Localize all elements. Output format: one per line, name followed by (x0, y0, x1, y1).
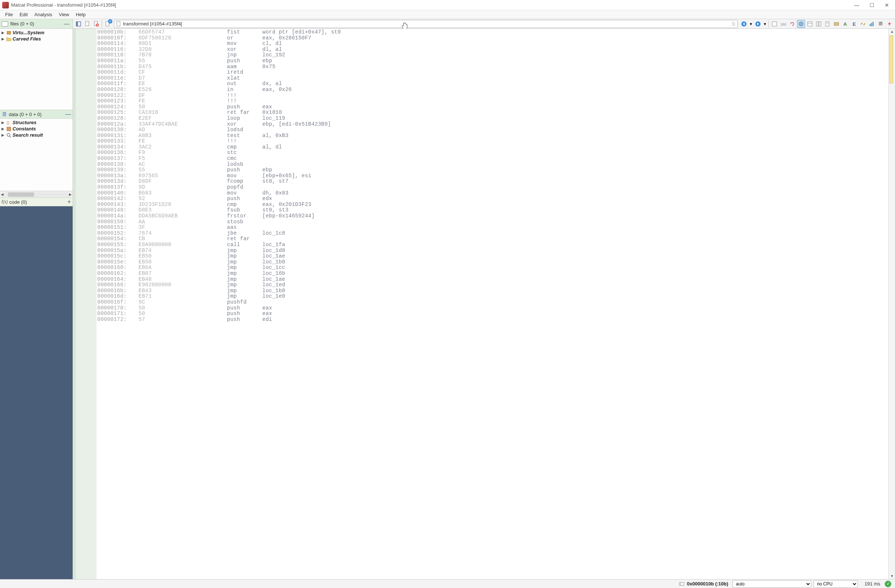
nav-forward-button[interactable] (754, 20, 762, 28)
disasm-row[interactable]: 00000120:E526ineax, 0x26 (97, 87, 888, 93)
disasm-row[interactable]: 00000128:E2EFlooploc_119 (97, 116, 888, 121)
toolbar-view-7[interactable] (824, 20, 831, 28)
disasm-row[interactable]: 0000016d:EB71jmploc_1e0 (97, 294, 888, 300)
disasm-row[interactable]: 00000114:88D1movcl, dl (97, 41, 888, 47)
tree-arrow-icon[interactable]: ▶ (2, 30, 5, 35)
disasm-row[interactable]: 0000011d:CFiretd (97, 70, 888, 76)
disasm-row[interactable]: 00000162:EB07jmploc_16b (97, 271, 888, 277)
tree-item-structures[interactable]: ▶ {} Structures (0, 120, 73, 126)
vertical-scrollbar[interactable]: ▲ ▼ (888, 29, 895, 579)
disasm-row[interactable]: 00000166:E982000000jmploc_1ed (97, 282, 888, 288)
disasm-row[interactable]: 00000155:E8A0000000callloc_1fa (97, 242, 888, 248)
disassembly-listing[interactable]: 0000010b:66DF5747fistword ptr [edi+0x47]… (97, 29, 888, 579)
disasm-row[interactable]: 0000015c:EB50jmploc_1ae (97, 253, 888, 259)
tree-item-virtusystem[interactable]: ▶ Virtu...System (0, 29, 73, 36)
toolbar-view-chart[interactable] (868, 20, 876, 28)
toolbar-view-8[interactable] (832, 20, 840, 28)
address-bar[interactable]: transformed [#1054-#135f4[ ⇅ (114, 20, 738, 28)
scroll-up-icon[interactable]: ▲ (889, 29, 895, 35)
menu-file[interactable]: File (2, 11, 16, 18)
toolbar-view-E[interactable]: E (850, 20, 858, 28)
disasm-row[interactable]: 00000131:A8B3testal, 0xB3 (97, 133, 888, 139)
disasm-row[interactable]: 0000011f:EEoutdx, al (97, 81, 888, 87)
disasm-row[interactable]: 00000122:DF!!! (97, 93, 888, 99)
disasm-row[interactable]: 00000136:F9stc (97, 150, 888, 156)
disasm-row[interactable]: 00000154:CBret far (97, 236, 888, 242)
tree-item-search[interactable]: ▶ Search result (0, 132, 73, 138)
toolbar-view-5[interactable] (806, 20, 814, 28)
disasm-row[interactable]: 00000137:F5cmc (97, 156, 888, 162)
disasm-row[interactable]: 00000118:7B78jnploc_192 (97, 52, 888, 58)
toolbar-btn-1[interactable] (74, 20, 82, 28)
close-button[interactable]: ✕ (885, 2, 889, 8)
disasm-row[interactable]: 00000172:57pushedi (97, 317, 888, 323)
disasm-row[interactable]: 00000160:EB6Ajmploc_1cc (97, 265, 888, 271)
toolbar-view-6[interactable] (815, 20, 823, 28)
disasm-row[interactable]: 0000016f:9Cpushfd (97, 300, 888, 305)
disasm-row[interactable]: 00000125:CA1018ret far0x1810 (97, 110, 888, 116)
disasm-row[interactable]: 00000124:50pusheax (97, 104, 888, 110)
disasm-row[interactable]: 0000012a:33AF47DC4BAExorebp, [edi-0x51B4… (97, 121, 888, 127)
disasm-row[interactable]: 00000171:50pusheax (97, 311, 888, 317)
files-minimize-button[interactable]: — (62, 21, 71, 27)
code-add-button[interactable]: + (67, 198, 71, 206)
menu-view[interactable]: View (56, 11, 72, 18)
disasm-row[interactable]: 0000013a:897565mov[ebp+0x65], esi (97, 173, 888, 179)
disasm-row[interactable]: 00000152:7674jbeloc_1c8 (97, 230, 888, 236)
nav-forward-dropdown[interactable]: ▾ (763, 20, 767, 28)
nav-back-button[interactable] (740, 20, 748, 28)
maximize-button[interactable]: ☐ (869, 2, 874, 8)
scroll-track[interactable] (5, 192, 68, 197)
minimize-button[interactable]: — (854, 2, 859, 8)
toolbar-view-chain[interactable] (859, 20, 867, 28)
disasm-row[interactable]: 00000139:55pushebp (97, 167, 888, 173)
toolbar-view-link[interactable] (788, 20, 796, 28)
status-select-auto[interactable]: auto (733, 580, 812, 588)
disasm-row[interactable]: 00000148:D8E3fsubst0, st3 (97, 208, 888, 213)
menu-analysis[interactable]: Analysis (31, 11, 55, 18)
horizontal-scrollbar[interactable]: ◀ ▶ (0, 191, 73, 197)
scroll-thumb[interactable] (889, 35, 893, 83)
toolbar-view-gear[interactable] (797, 20, 805, 28)
disasm-row[interactable]: 0000014a:DDA5BC6D9AEBfrstor[ebp-0x146592… (97, 213, 888, 219)
toolbar-view-db[interactable] (877, 20, 885, 28)
disasm-row[interactable]: 0000015e:EB50jmploc_1b0 (97, 259, 888, 265)
menu-help[interactable]: Help (73, 11, 89, 18)
disasm-row[interactable]: 0000013f:9Dpopfd (97, 185, 888, 191)
tree-arrow-icon[interactable]: ▶ (2, 127, 5, 131)
scroll-left-icon[interactable]: ◀ (1, 192, 4, 196)
disasm-row[interactable]: 0000010b:66DF5747fistword ptr [edi+0x47]… (97, 29, 888, 35)
disasm-row[interactable]: 0000011e:D7xlat (97, 76, 888, 82)
disasm-row[interactable]: 0000016b:EB43jmploc_1b0 (97, 288, 888, 294)
toolbar-btn-3[interactable] (92, 20, 100, 28)
data-minimize-button[interactable]: — (65, 111, 71, 118)
disasm-row[interactable]: 0000011b:D475aam0x75 (97, 64, 888, 70)
disasm-row[interactable]: 00000134:3AC2cmpal, dl (97, 144, 888, 150)
tree-item-carved[interactable]: ▶ Carved Files (0, 36, 73, 42)
toolbar-btn-2[interactable] (83, 20, 91, 28)
disasm-row[interactable]: 0000011a:55pushebp (97, 58, 888, 64)
tree-arrow-icon[interactable]: ▶ (2, 133, 5, 137)
disasm-row[interactable]: 00000143:3D233F1D20cmpeax, 0x201D3F23 (97, 202, 888, 208)
disasm-row[interactable]: 00000123:FE!!! (97, 99, 888, 104)
toolbar-btn-doc[interactable]: 2 (103, 20, 112, 28)
disasm-row[interactable]: 00000138:AClodsb (97, 162, 888, 168)
tree-arrow-icon[interactable]: ▶ (2, 37, 5, 41)
nav-back-dropdown[interactable]: ▾ (749, 20, 753, 28)
disasm-row[interactable]: 00000150:AAstosb (97, 219, 888, 225)
disasm-row[interactable]: 00000116:32D0xordl, al (97, 47, 888, 53)
scroll-right-icon[interactable]: ▶ (69, 192, 72, 196)
scroll-thumb[interactable] (8, 192, 34, 197)
disasm-row[interactable]: 00000164:EB48jmploc_1ae (97, 277, 888, 283)
toolbar-view-hex[interactable]: 101 (779, 20, 787, 28)
tree-item-constants[interactable]: ▶ Constants (0, 126, 73, 132)
toolbar-view-A[interactable]: A (841, 20, 849, 28)
status-select-cpu[interactable]: no CPU (813, 580, 858, 588)
disasm-row[interactable]: 0000015a:EB74jmploc_1d0 (97, 248, 888, 254)
tree-arrow-icon[interactable]: ▶ (2, 120, 5, 124)
disasm-row[interactable]: 00000151:3Faas (97, 225, 888, 230)
disasm-row[interactable]: 00000170:50pusheax (97, 305, 888, 311)
toolbar-view-flash[interactable] (886, 20, 893, 28)
disasm-row[interactable]: 0000010f:0DF7506128oreax, 0x286150F7 (97, 35, 888, 41)
menu-edit[interactable]: Edit (17, 11, 30, 18)
